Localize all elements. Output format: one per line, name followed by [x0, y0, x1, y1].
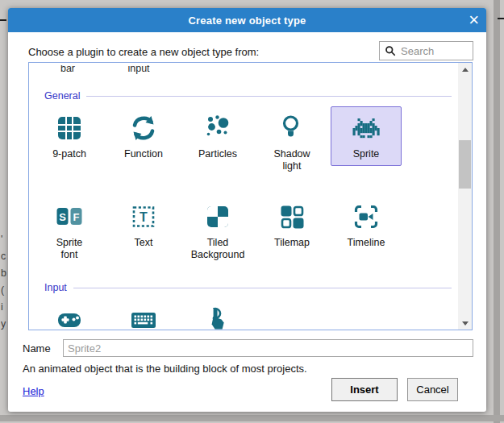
plugin-item-label: Particles	[198, 148, 237, 160]
plugin-grid-row	[34, 298, 458, 330]
nine-patch-icon	[55, 114, 84, 143]
insert-button[interactable]: Insert	[331, 378, 398, 401]
text-icon: T	[129, 202, 158, 231]
background-window-statusbar	[0, 415, 504, 421]
plugin-item-text[interactable]: TText	[108, 195, 179, 255]
scrollbar-thumb[interactable]	[459, 140, 471, 189]
tiled-background-icon	[203, 202, 232, 231]
background-line-fragment	[498, 18, 504, 19]
plugin-item-keyboard[interactable]	[108, 298, 179, 330]
category-header-general: General	[44, 89, 452, 102]
dialog-titlebar[interactable]: Create new object type ×	[8, 8, 486, 32]
backdrop-letter-fragment: c	[1, 248, 7, 265]
keyboard-icon	[129, 305, 158, 330]
plugin-item-shadow-light[interactable]: Shadow light	[256, 106, 327, 178]
category-divider	[86, 96, 452, 97]
plugin-item-label: Text	[135, 237, 153, 249]
plugin-item-timeline[interactable]: Timeline	[331, 195, 402, 255]
plugin-item-label: Sprite font	[56, 237, 83, 261]
name-input[interactable]	[63, 339, 473, 357]
plugin-item-label: Shadow light	[273, 148, 310, 172]
plugin-item-label: Timeline	[348, 237, 385, 249]
plugin-item-tiled-background[interactable]: Tiled Background	[182, 195, 253, 267]
category-divider	[73, 288, 452, 288]
plugin-list-content: barinputGeneral 9-patch Function Particl…	[29, 63, 458, 330]
backdrop-letter-fragment: y	[1, 316, 7, 333]
plugin-list-scrollbar[interactable]	[458, 63, 472, 330]
gamepad-icon	[55, 305, 84, 330]
plugin-item-partial-label[interactable]: input	[127, 65, 149, 74]
sprite-font-icon: S F	[55, 202, 84, 231]
backdrop-letter-fragment: '	[1, 231, 7, 248]
shadow-light-icon	[277, 114, 306, 143]
name-label: Name	[23, 342, 51, 355]
svg-text:F: F	[73, 211, 80, 223]
search-icon	[385, 45, 396, 56]
search-input[interactable]	[401, 45, 468, 57]
backdrop-letter-fragment: (	[1, 282, 7, 299]
choose-plugin-label: Choose a plugin to create a new object t…	[28, 46, 259, 58]
scroll-up-icon[interactable]	[458, 63, 472, 76]
plugin-item-label: Tilemap	[274, 237, 310, 249]
create-object-dialog: Create new object type × Choose a plugin…	[8, 8, 486, 412]
backdrop-letter-fragment: i	[1, 299, 7, 316]
plugin-item-label: Function	[124, 148, 163, 160]
timeline-icon	[352, 202, 381, 231]
plugin-item-label: Tiled Background	[191, 237, 245, 261]
scroll-down-icon[interactable]	[458, 317, 472, 330]
cancel-button[interactable]: Cancel	[407, 378, 458, 401]
plugin-item-sprite[interactable]: Sprite	[331, 106, 402, 166]
search-box[interactable]	[379, 41, 473, 60]
plugin-list: barinputGeneral 9-patch Function Particl…	[28, 62, 473, 330]
plugin-item-sprite-font[interactable]: S FSprite font	[34, 195, 105, 267]
backdrop-letter-fragment: b	[1, 265, 7, 282]
backdrop-text-fragments: 'cb(iy	[1, 231, 7, 333]
plugin-grid-row: 9-patch Function Particles Shadow lightS…	[34, 106, 458, 190]
help-link[interactable]: Help	[23, 385, 44, 397]
background-window-scrollbar	[494, 0, 500, 423]
touch-icon	[203, 305, 232, 330]
svg-text:S: S	[59, 211, 66, 223]
category-label: Input	[44, 282, 67, 293]
plugin-item-gamepad[interactable]	[34, 298, 105, 330]
function-icon	[129, 114, 158, 143]
category-header-input: Input	[44, 281, 452, 293]
plugin-grid-row: S FSprite font TText Tiled Background Ti…	[34, 195, 458, 267]
close-icon[interactable]: ×	[469, 11, 479, 29]
plugin-item-9-patch[interactable]: 9-patch	[34, 106, 105, 166]
plugin-item-partial-label[interactable]: bar	[60, 65, 75, 74]
background-line-fragment	[0, 19, 6, 21]
dialog-title: Create new object type	[189, 15, 306, 27]
plugin-item-label: Sprite	[353, 148, 380, 160]
plugin-item-function[interactable]: Function	[108, 106, 179, 166]
svg-text:T: T	[140, 210, 148, 224]
sprite-icon	[352, 114, 381, 143]
tilemap-icon	[277, 202, 306, 231]
plugin-item-touch[interactable]	[182, 298, 253, 330]
particles-icon	[203, 114, 232, 143]
plugin-item-label: 9-patch	[52, 148, 86, 160]
plugin-item-tilemap[interactable]: Tilemap	[256, 195, 327, 255]
plugin-list-partial-row: barinput	[29, 65, 458, 76]
category-label: General	[44, 90, 80, 102]
plugin-description: An animated object that is the building …	[23, 363, 307, 375]
plugin-item-particles[interactable]: Particles	[182, 106, 253, 166]
